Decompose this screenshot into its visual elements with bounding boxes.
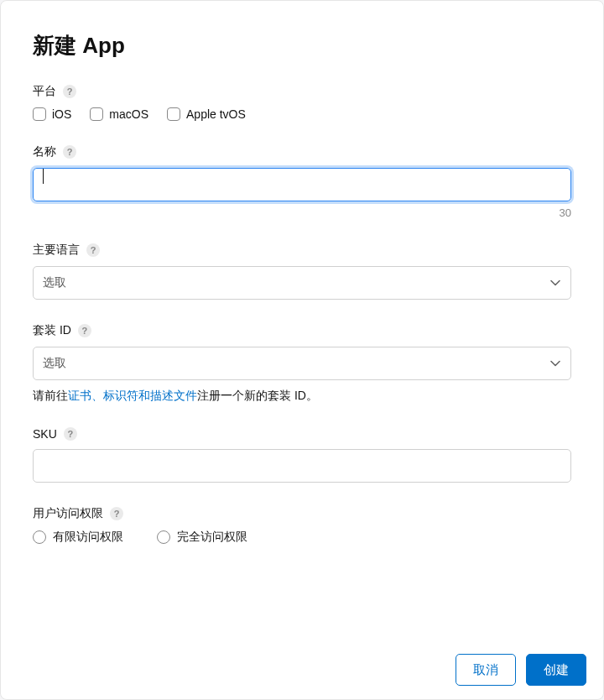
primary-language-selected: 选取 (43, 275, 66, 290)
access-limited-label: 有限访问权限 (53, 530, 123, 545)
bundle-id-label: 套装 ID (33, 323, 71, 338)
help-icon[interactable]: ? (63, 85, 76, 98)
help-icon[interactable]: ? (110, 507, 123, 520)
name-label: 名称 (33, 144, 56, 159)
radio-icon[interactable] (33, 530, 46, 544)
bundle-id-selected: 选取 (43, 356, 66, 371)
access-option-full[interactable]: 完全访问权限 (157, 530, 247, 545)
user-access-label: 用户访问权限 (33, 506, 103, 521)
sku-label: SKU (33, 427, 57, 441)
platform-option-macos[interactable]: macOS (90, 107, 148, 121)
new-app-modal: 新建 App 平台 ? iOS macOS Apple tvOS 名称 ? (0, 0, 604, 700)
chevron-down-icon (549, 277, 561, 289)
name-char-counter: 30 (33, 206, 571, 219)
radio-icon[interactable] (157, 530, 170, 544)
platform-option-tvos[interactable]: Apple tvOS (167, 107, 246, 121)
modal-title: 新建 App (33, 31, 571, 60)
text-caret-icon (43, 169, 44, 184)
help-icon[interactable]: ? (86, 243, 100, 257)
access-option-limited[interactable]: 有限访问权限 (33, 530, 123, 545)
help-icon[interactable]: ? (63, 145, 76, 159)
name-input[interactable] (33, 168, 571, 201)
platform-option-ios[interactable]: iOS (33, 107, 71, 121)
access-full-label: 完全访问权限 (177, 530, 247, 545)
name-section: 名称 ? 30 (33, 144, 571, 219)
sku-section: SKU ? (33, 427, 571, 483)
platform-tvos-label: Apple tvOS (186, 107, 246, 121)
platform-macos-label: macOS (109, 107, 148, 121)
create-button[interactable]: 创建 (526, 654, 586, 686)
help-icon[interactable]: ? (64, 427, 77, 441)
modal-footer: 取消 创建 (1, 640, 603, 699)
cancel-button[interactable]: 取消 (456, 654, 516, 686)
bundle-id-section: 套装 ID ? 选取 请前往证书、标识符和描述文件注册一个新的套装 ID。 (33, 323, 571, 404)
sku-input[interactable] (33, 449, 571, 483)
user-access-section: 用户访问权限 ? 有限访问权限 完全访问权限 (33, 506, 571, 545)
primary-language-label: 主要语言 (33, 243, 80, 258)
help-icon[interactable]: ? (78, 324, 91, 337)
bundle-id-hint: 请前往证书、标识符和描述文件注册一个新的套装 ID。 (33, 389, 571, 404)
bundle-id-hint-link[interactable]: 证书、标识符和描述文件 (68, 389, 197, 402)
platform-ios-label: iOS (52, 107, 71, 121)
checkbox-icon[interactable] (33, 107, 46, 121)
bundle-id-hint-prefix: 请前往 (33, 389, 68, 402)
checkbox-icon[interactable] (167, 107, 180, 121)
checkbox-icon[interactable] (90, 107, 103, 121)
primary-language-section: 主要语言 ? 选取 (33, 243, 571, 300)
platform-label: 平台 (33, 84, 56, 99)
bundle-id-select[interactable]: 选取 (33, 347, 571, 380)
chevron-down-icon (549, 358, 561, 369)
platform-section: 平台 ? iOS macOS Apple tvOS (33, 84, 571, 121)
primary-language-select[interactable]: 选取 (33, 266, 571, 300)
bundle-id-hint-suffix: 注册一个新的套装 ID。 (197, 389, 318, 402)
